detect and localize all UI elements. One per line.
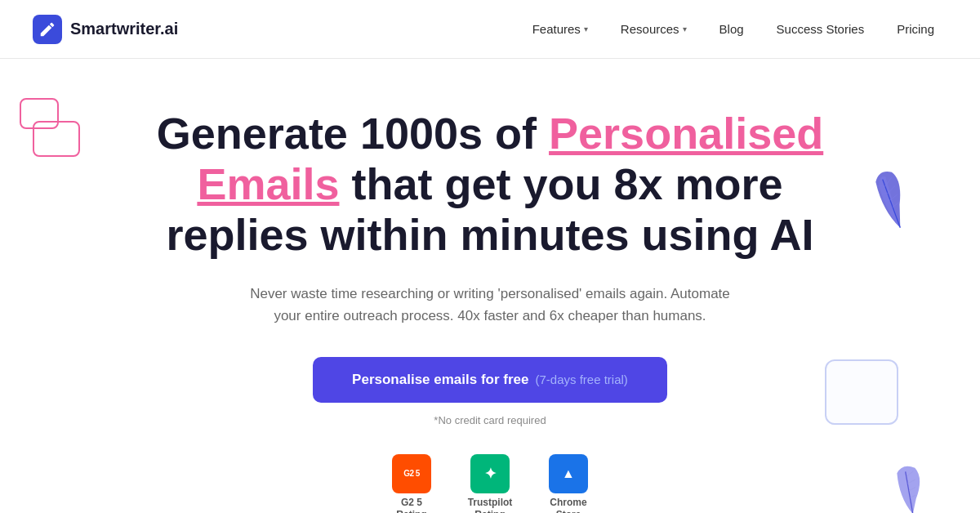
badge-trustpilot: ✦ TrustpilotRating xyxy=(457,454,523,513)
no-credit-text: *No credit card required xyxy=(434,414,546,426)
cta-button[interactable]: Personalise emails for free (7-days free… xyxy=(313,357,667,403)
hero-subtitle: Never waste time researching or writing … xyxy=(237,283,743,327)
trustpilot-icon: ✦ xyxy=(470,454,510,493)
hero-title-part1: Generate 1000s of xyxy=(157,109,549,158)
g2-label: G2 5Rating xyxy=(396,497,426,513)
nav-item-features[interactable]: Features ▾ xyxy=(519,16,601,42)
trust-badges: G2 5 G2 5Rating ✦ TrustpilotRating ▲ Chr… xyxy=(379,454,601,513)
cta-label: Personalise emails for free xyxy=(352,372,528,388)
trustpilot-logo-text: ✦ xyxy=(484,465,497,483)
badge-chrome: ▲ ChromeStore xyxy=(536,454,601,513)
chrome-logo-text: ▲ xyxy=(562,466,575,481)
hero-section: Generate 1000s of Personalised Emails th… xyxy=(0,59,980,513)
cta-trial-text: (7-days free trial) xyxy=(536,372,628,386)
logo-text: Smartwriter.ai xyxy=(70,20,178,38)
g2-icon: G2 5 xyxy=(392,454,431,493)
nav-item-success-stories[interactable]: Success Stories xyxy=(764,16,878,42)
chrome-icon: ▲ xyxy=(549,454,588,493)
logo-icon xyxy=(33,15,62,44)
chevron-down-icon: ▾ xyxy=(584,25,588,33)
g2-logo-text: G2 5 xyxy=(403,469,420,478)
logo[interactable]: Smartwriter.ai xyxy=(33,15,178,44)
nav-links: Features ▾ Resources ▾ Blog Success Stor… xyxy=(519,16,947,42)
chevron-down-icon: ▾ xyxy=(683,25,687,33)
nav-item-blog[interactable]: Blog xyxy=(706,16,757,42)
nav-item-resources[interactable]: Resources ▾ xyxy=(608,16,700,42)
pen-icon xyxy=(38,20,56,38)
chrome-label: ChromeStore xyxy=(550,497,586,513)
hero-title: Generate 1000s of Personalised Emails th… xyxy=(122,108,858,260)
badge-g2: G2 5 G2 5Rating xyxy=(379,454,444,513)
navbar: Smartwriter.ai Features ▾ Resources ▾ Bl… xyxy=(0,0,980,59)
trustpilot-label: TrustpilotRating xyxy=(468,497,513,513)
nav-item-pricing[interactable]: Pricing xyxy=(884,16,947,42)
